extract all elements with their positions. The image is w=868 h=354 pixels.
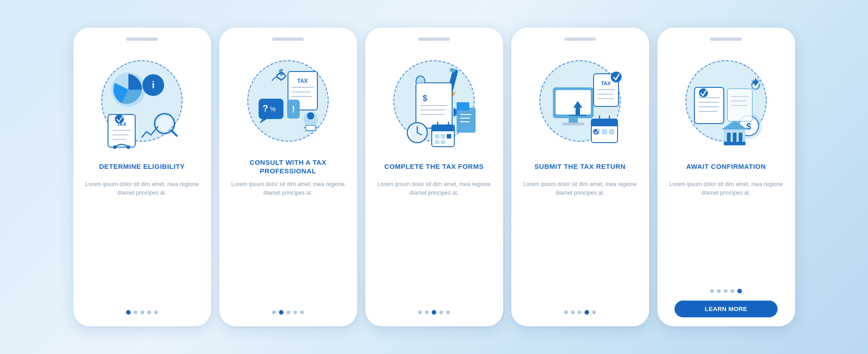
dot xyxy=(578,311,581,314)
svg-rect-61 xyxy=(576,108,580,115)
svg-rect-74 xyxy=(602,129,607,134)
svg-point-8 xyxy=(113,145,117,149)
card-5-dots xyxy=(710,284,742,293)
card-2-title: CONSULT WITH A TAX PROFESSIONAL xyxy=(227,158,349,176)
dot xyxy=(293,311,297,314)
card-consult: TAX $ ? % ! xyxy=(219,28,357,326)
dot xyxy=(724,289,727,293)
svg-rect-28 xyxy=(306,126,315,130)
dot xyxy=(571,311,575,314)
svg-text:$: $ xyxy=(746,121,751,131)
svg-point-9 xyxy=(127,145,130,149)
card-await-confirmation: $ AWAIT CONFIRMATION Lorem ipsum dolor s… xyxy=(657,28,795,326)
svg-text:TAX: TAX xyxy=(601,81,611,86)
dot-active xyxy=(585,310,589,315)
phone-notch xyxy=(710,38,742,41)
dot xyxy=(272,311,276,314)
svg-rect-90 xyxy=(727,133,731,142)
svg-text:i: i xyxy=(152,79,155,91)
card-1-title: DETERMINE ELIGIBILITY xyxy=(99,158,185,176)
dot-active xyxy=(126,310,131,315)
svg-rect-93 xyxy=(724,142,745,145)
card-1-dots xyxy=(126,306,158,315)
svg-point-68 xyxy=(611,72,622,82)
dot xyxy=(731,289,734,293)
dot xyxy=(717,289,721,293)
svg-rect-54 xyxy=(435,140,439,144)
card-1-desc: Lorem ipsum dolor sit dim amet, mea regi… xyxy=(81,180,203,213)
svg-text:%: % xyxy=(270,105,276,113)
phone-notch xyxy=(126,38,158,41)
card-complete: $ xyxy=(365,28,503,326)
dot xyxy=(134,311,137,314)
card-3-desc: Lorem ipsum dolor sit dim amet, mea regi… xyxy=(373,180,495,213)
svg-point-26 xyxy=(307,112,314,120)
svg-point-12 xyxy=(157,116,172,131)
dot xyxy=(446,311,450,314)
svg-text:TAX: TAX xyxy=(297,78,307,84)
dot-active xyxy=(279,310,283,315)
complete-icon: $ xyxy=(387,49,481,153)
dot xyxy=(425,311,429,314)
dot xyxy=(287,311,290,314)
svg-text:?: ? xyxy=(263,103,268,113)
card-determine-eligibility: i TAX DETERMIN xyxy=(73,28,211,326)
svg-rect-39 xyxy=(457,102,469,110)
dot xyxy=(418,311,422,314)
icon-area-2: TAX $ ? % ! xyxy=(241,49,335,153)
card-2-desc: Lorem ipsum dolor sit dim amet, mea regi… xyxy=(227,180,349,213)
card-4-desc: Lorem ipsum dolor sit dim amet, mea regi… xyxy=(519,180,641,213)
icon-area-4: TAX xyxy=(533,49,627,153)
svg-line-13 xyxy=(171,130,177,136)
card-4-title: SUBMIT THE TAX RETURN xyxy=(534,158,626,176)
svg-rect-79 xyxy=(694,87,724,124)
svg-rect-38 xyxy=(457,108,476,133)
card-3-title: COMPLETE THE TAX FORMS xyxy=(384,158,484,176)
cards-container: i TAX DETERMIN xyxy=(73,28,795,326)
svg-text:!: ! xyxy=(292,104,295,114)
dot xyxy=(439,311,443,314)
icon-area-5: $ xyxy=(679,49,774,153)
dot xyxy=(147,311,151,314)
eligibility-icon: i TAX xyxy=(94,49,189,153)
svg-rect-52 xyxy=(441,134,445,139)
card-5-title: AWAIT CONFIRMATION xyxy=(686,158,766,176)
card-submit: TAX SUBMIT THE TAX RETURN L xyxy=(511,28,649,326)
svg-rect-57 xyxy=(556,90,591,115)
submit-icon: TAX xyxy=(533,49,627,153)
svg-rect-53 xyxy=(447,134,451,139)
dot xyxy=(710,289,714,293)
consult-icon: TAX $ ? % ! xyxy=(241,49,335,153)
card-4-dots xyxy=(564,306,596,315)
svg-rect-51 xyxy=(435,134,439,139)
svg-rect-59 xyxy=(562,123,585,125)
svg-point-10 xyxy=(115,115,124,124)
svg-rect-31 xyxy=(449,68,456,73)
icon-area-3: $ xyxy=(387,49,481,153)
svg-rect-58 xyxy=(569,118,578,123)
card-3-dots xyxy=(418,306,450,315)
dot xyxy=(154,311,158,314)
svg-rect-48 xyxy=(432,125,454,131)
svg-text:$: $ xyxy=(279,68,283,77)
svg-text:$: $ xyxy=(423,94,427,103)
dot-active xyxy=(432,310,436,315)
card-2-dots xyxy=(272,306,304,315)
dot xyxy=(141,311,144,314)
phone-notch xyxy=(418,38,450,41)
dot-active xyxy=(737,289,742,293)
dot xyxy=(564,311,568,314)
svg-rect-94 xyxy=(727,89,752,121)
dot xyxy=(300,311,304,314)
svg-rect-70 xyxy=(591,119,618,126)
svg-rect-55 xyxy=(441,140,445,144)
dot xyxy=(592,311,596,314)
learn-more-button[interactable]: LEARN MORE xyxy=(675,301,778,317)
card-5-desc: Lorem ipsum dolor sit dim amet, mea regi… xyxy=(665,180,787,213)
svg-rect-92 xyxy=(739,133,742,142)
svg-rect-75 xyxy=(609,129,614,134)
phone-notch xyxy=(272,38,304,41)
await-icon: $ xyxy=(679,49,774,153)
phone-notch xyxy=(564,38,596,41)
icon-area-1: i TAX xyxy=(94,49,189,153)
